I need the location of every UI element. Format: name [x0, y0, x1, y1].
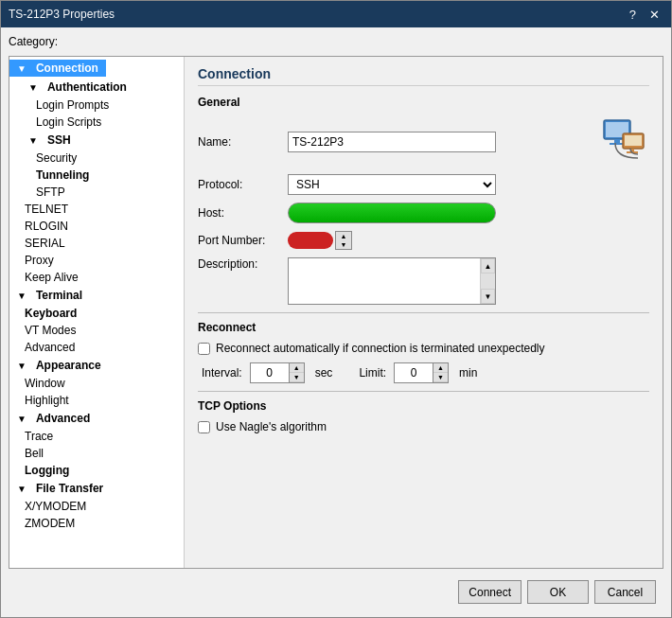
port-up-btn[interactable]: ▲	[336, 232, 351, 240]
right-panel: Connection General Name:	[185, 57, 663, 568]
interval-up-btn[interactable]: ▲	[290, 363, 304, 373]
port-down-btn[interactable]: ▼	[336, 240, 351, 249]
sidebar-item-advanced-terminal[interactable]: Advanced	[9, 339, 184, 356]
content-area: Category: ▼Connection ▼Authentication Lo…	[1, 27, 671, 617]
sidebar-item-tunneling[interactable]: Tunneling	[9, 167, 184, 184]
nagle-checkbox[interactable]	[198, 421, 210, 433]
name-input[interactable]	[288, 132, 496, 152]
sidebar-item-file-transfer[interactable]: ▼File Transfer	[9, 479, 184, 498]
description-scrollbar[interactable]: ▲ ▼	[480, 258, 495, 304]
titlebar: TS-212P3 Properties ? ✕	[1, 1, 671, 27]
general-section-label: General	[198, 96, 649, 109]
sidebar-item-connection[interactable]: ▼Connection	[9, 59, 184, 78]
network-icon-box	[602, 116, 649, 167]
main-panel: ▼Connection ▼Authentication Login Prompt…	[9, 56, 663, 569]
port-control: ▲ ▼	[288, 231, 649, 250]
limit-arrows: ▲ ▼	[433, 363, 448, 382]
scroll-down-btn[interactable]: ▼	[481, 289, 495, 304]
window-title: TS-212P3 Properties	[9, 8, 115, 21]
limit-up-btn[interactable]: ▲	[433, 363, 448, 373]
reconnect-section: Reconnect Reconnect automatically if con…	[198, 321, 649, 383]
host-label: Host:	[198, 206, 288, 220]
sidebar-item-appearance[interactable]: ▼Appearance	[9, 356, 184, 375]
sidebar-item-login-scripts[interactable]: Login Scripts	[9, 114, 184, 131]
svg-rect-5	[625, 135, 642, 146]
sidebar-item-login-prompts[interactable]: Login Prompts	[9, 97, 184, 114]
limit-label: Limit:	[359, 366, 386, 380]
reconnect-checkbox[interactable]	[198, 343, 210, 355]
window: TS-212P3 Properties ? ✕ Category: ▼Conne…	[0, 0, 672, 618]
sidebar-item-authentication[interactable]: ▼Authentication	[9, 78, 184, 97]
sidebar-item-logging[interactable]: Logging	[9, 462, 184, 479]
reconnect-checkbox-row: Reconnect automatically if connection is…	[198, 342, 649, 355]
sidebar-item-window[interactable]: Window	[9, 375, 184, 392]
sidebar-item-bell[interactable]: Bell	[9, 445, 184, 462]
protocol-row: Protocol: SSH TELNET RLOGIN SERIAL	[198, 174, 649, 195]
sidebar-item-keyboard[interactable]: Keyboard	[9, 305, 184, 322]
host-control	[288, 203, 649, 223]
sidebar-item-ssh[interactable]: ▼SSH	[9, 131, 184, 150]
port-label: Port Number:	[198, 234, 288, 247]
interval-arrows: ▲ ▼	[289, 363, 304, 382]
sidebar-item-zmodem[interactable]: ZMODEM	[9, 515, 184, 532]
protocol-label: Protocol:	[198, 178, 288, 191]
sidebar-item-security[interactable]: Security	[9, 150, 184, 167]
sidebar-item-telnet[interactable]: TELNET	[9, 201, 184, 218]
interval-unit: sec	[315, 366, 333, 380]
description-area: ▲ ▼	[288, 257, 496, 305]
interval-input[interactable]	[251, 363, 289, 382]
close-button[interactable]: ✕	[645, 9, 663, 21]
sidebar-item-trace[interactable]: Trace	[9, 428, 184, 445]
description-row: Description: ▲ ▼	[198, 257, 649, 305]
protocol-control: SSH TELNET RLOGIN SERIAL	[288, 174, 649, 195]
limit-down-btn[interactable]: ▼	[433, 373, 448, 382]
limit-spinner: ▲ ▼	[394, 362, 449, 383]
titlebar-buttons: ? ✕	[626, 9, 663, 21]
network-icon	[602, 116, 649, 164]
sidebar-item-sftp[interactable]: SFTP	[9, 184, 184, 201]
divider-reconnect	[198, 312, 649, 313]
svg-rect-2	[614, 139, 620, 143]
host-row: Host:	[198, 203, 649, 223]
sidebar: ▼Connection ▼Authentication Login Prompt…	[9, 57, 185, 568]
sidebar-item-proxy[interactable]: Proxy	[9, 252, 184, 269]
divider-tcp	[198, 391, 649, 392]
description-label: Description:	[198, 257, 288, 271]
sidebar-item-terminal[interactable]: ▼Terminal	[9, 286, 184, 305]
name-label: Name:	[198, 135, 288, 149]
limit-input[interactable]	[395, 363, 433, 382]
sidebar-item-xymodem[interactable]: X/YMODEM	[9, 498, 184, 515]
port-spinner[interactable]: ▲ ▼	[335, 231, 352, 250]
footer: Connect OK Cancel	[9, 574, 663, 609]
category-label: Category:	[9, 35, 663, 48]
port-row: Port Number: ▲ ▼	[198, 231, 649, 250]
sidebar-item-keep-alive[interactable]: Keep Alive	[9, 269, 184, 286]
tcp-section: TCP Options Use Nagle's algorithm	[198, 399, 649, 433]
nagle-checkbox-row: Use Nagle's algorithm	[198, 420, 649, 433]
ok-button[interactable]: OK	[527, 580, 589, 604]
sidebar-item-rlogin[interactable]: RLOGIN	[9, 218, 184, 235]
panel-title: Connection	[198, 66, 649, 86]
sidebar-item-highlight[interactable]: Highlight	[9, 392, 184, 409]
protocol-select[interactable]: SSH TELNET RLOGIN SERIAL	[288, 174, 496, 195]
cancel-button[interactable]: Cancel	[594, 580, 656, 604]
port-indicator	[288, 232, 333, 249]
sidebar-item-vt-modes[interactable]: VT Modes	[9, 322, 184, 339]
connect-button[interactable]: Connect	[458, 580, 522, 604]
host-input[interactable]	[288, 203, 496, 223]
reconnect-fields: Interval: ▲ ▼ sec Limit:	[202, 362, 649, 383]
reconnect-label: Reconnect	[198, 321, 649, 334]
name-control	[288, 132, 592, 152]
nagle-label: Use Nagle's algorithm	[216, 420, 327, 433]
reconnect-checkbox-label: Reconnect automatically if connection is…	[216, 342, 545, 355]
limit-unit: min	[459, 366, 477, 380]
interval-label: Interval:	[202, 366, 242, 380]
help-button[interactable]: ?	[626, 9, 640, 21]
name-row: Name:	[198, 116, 649, 167]
sidebar-item-advanced[interactable]: ▼Advanced	[9, 409, 184, 428]
sidebar-item-serial[interactable]: SERIAL	[9, 235, 184, 252]
interval-down-btn[interactable]: ▼	[290, 373, 304, 382]
scroll-up-btn[interactable]: ▲	[481, 258, 495, 274]
description-input[interactable]	[289, 258, 483, 304]
tcp-section-label: TCP Options	[198, 399, 649, 413]
